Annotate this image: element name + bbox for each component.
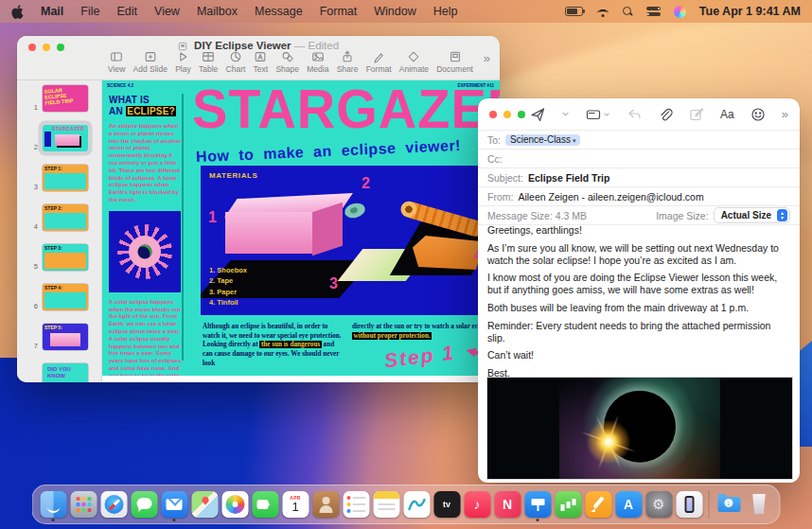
menu-item-mailbox[interactable]: Mailbox [197, 5, 238, 18]
slide-thumb-row[interactable]: 1 SOLAR ECLIPSE FIELD TRIP [17, 85, 101, 112]
battery-icon[interactable] [565, 7, 583, 16]
slide-2-thumbnail-selected[interactable]: STARGAZER [43, 125, 88, 151]
dock-item-appletv[interactable]: tv [433, 491, 461, 518]
dock-item-keynote[interactable] [524, 491, 552, 518]
dock-item-numbers[interactable] [555, 491, 582, 518]
format-button[interactable]: Format [366, 50, 392, 74]
dock-item-mail[interactable] [161, 491, 188, 518]
dock-item-notes[interactable] [373, 491, 400, 518]
slide-thumb-row[interactable]: 4 STEP 2: [17, 204, 101, 231]
animate-button[interactable]: Animate [399, 50, 429, 74]
siri-icon[interactable] [674, 6, 686, 18]
header-fields-button[interactable] [586, 107, 610, 122]
play-button[interactable]: Play [175, 50, 191, 74]
subject-field[interactable]: Subject: Eclipse Field Trip [478, 168, 800, 187]
slide-1-thumbnail[interactable]: SOLAR ECLIPSE FIELD TRIP [43, 85, 88, 112]
slide-thumb-row[interactable]: 5 STEP 3: [17, 244, 101, 271]
recipient-token[interactable]: Science-Class▾ [505, 134, 580, 146]
menu-bar-clock[interactable]: Tue Apr 1 9:41 AM [699, 5, 801, 18]
minimize-button[interactable] [503, 111, 511, 118]
dock-item-messages[interactable] [131, 491, 158, 518]
keynote-window: DIY Eclipse Viewer — Edited View Add Sli… [17, 36, 500, 382]
menu-item-message[interactable]: Message [255, 5, 303, 18]
emoji-button[interactable] [750, 107, 766, 122]
dock-item-reminders[interactable] [343, 491, 370, 518]
share-icon [341, 50, 354, 63]
dock-item-contacts[interactable] [312, 491, 340, 518]
dock-item-safari[interactable] [100, 491, 128, 518]
dock-item-news[interactable]: N [494, 491, 521, 518]
shape-button[interactable]: Shape [275, 50, 299, 74]
menu-item-window[interactable]: Window [374, 5, 415, 18]
slide-4-thumbnail[interactable]: STEP 2: [43, 204, 88, 231]
slide-7-thumbnail[interactable]: STEP 5: [43, 324, 88, 350]
news-icon: N [494, 491, 521, 518]
dock-item-photos[interactable] [221, 491, 249, 518]
dock-item-maps[interactable] [191, 491, 219, 518]
slide-thumb-row[interactable]: 7 STEP 5: [17, 324, 101, 350]
from-field[interactable]: From: Aileen Zeigen - aileen.zeigen@iclo… [478, 187, 800, 206]
slide-thumb-row[interactable]: 3 STEP 1: [17, 165, 101, 191]
format-text-icon: Aa [720, 108, 734, 121]
dock-item-calendar[interactable]: APR1 [282, 491, 309, 518]
format-button[interactable]: Aa [720, 108, 734, 121]
menu-item-mail[interactable]: Mail [41, 5, 63, 18]
attach-button[interactable] [658, 107, 673, 122]
toolbar-overflow-chevron[interactable]: » [782, 107, 788, 121]
wifi-icon[interactable] [596, 7, 609, 17]
add-slide-button[interactable]: Add Slide [133, 50, 168, 74]
slide-6-thumbnail[interactable]: STEP 4: [43, 284, 88, 310]
dock-item-finder[interactable] [40, 491, 67, 518]
trash-icon [746, 491, 772, 518]
slide-thumb-row[interactable]: DID YOU KNOW [17, 363, 101, 382]
keynote-titlebar[interactable]: DIY Eclipse Viewer — Edited View Add Sli… [17, 36, 500, 80]
view-button[interactable]: View [108, 50, 125, 74]
slide-thumb-row[interactable]: 2 STARGAZER [17, 125, 101, 151]
search-icon[interactable] [623, 7, 633, 17]
slide-stargazer[interactable]: SCIENCE 4.2 EXPERIMENT #11 WHAT IS AN EC… [102, 80, 500, 376]
chart-button[interactable]: Chart [226, 50, 246, 74]
slide-8-thumbnail[interactable]: DID YOU KNOW [43, 363, 88, 382]
table-button[interactable]: Table [199, 50, 218, 74]
menu-item-format[interactable]: Format [320, 5, 358, 18]
earth-icon [138, 244, 152, 258]
share-button[interactable]: Share [337, 50, 359, 74]
apple-menu[interactable] [11, 5, 24, 19]
dock-item-facetime[interactable] [252, 491, 279, 518]
dock-item-music[interactable]: ♪ [464, 491, 491, 518]
send-button[interactable] [530, 107, 545, 122]
media-button[interactable]: Media [307, 50, 328, 74]
dock-item-iphone-mirroring[interactable] [676, 491, 703, 518]
dock-item-freeform[interactable] [403, 491, 431, 518]
zoom-button[interactable] [518, 111, 525, 118]
dock-item-trash[interactable] [746, 491, 773, 518]
slide-canvas[interactable]: SCIENCE 4.2 EXPERIMENT #11 WHAT IS AN EC… [102, 80, 500, 382]
eclipse-photo-attachment[interactable] [486, 377, 793, 480]
close-button[interactable] [489, 111, 497, 118]
message-body-editor[interactable]: Greetings, earthlings! As I’m sure you a… [487, 224, 790, 397]
slide-3-thumbnail[interactable]: STEP 1: [43, 165, 88, 191]
image-size-dropdown[interactable]: Actual Size ▲▼ [714, 207, 790, 223]
send-options-chevron[interactable] [561, 110, 570, 118]
body-paragraph: Can’t wait! [487, 349, 790, 361]
menu-item-edit[interactable]: Edit [116, 5, 137, 18]
calendar-icon: APR1 [282, 491, 309, 518]
control-center-icon[interactable] [646, 7, 661, 16]
toolbar-overflow-chevron[interactable]: » [484, 51, 490, 65]
messages-icon [131, 491, 157, 518]
slide-thumb-row[interactable]: 6 STEP 4: [17, 284, 101, 310]
dock-item-appstore[interactable]: A [615, 491, 643, 518]
menu-item-view[interactable]: View [154, 5, 180, 18]
dock-item-settings[interactable]: ⚙ [645, 491, 673, 518]
document-button[interactable]: Document [436, 50, 473, 74]
to-field[interactable]: To: Science-Class▾ [478, 131, 800, 150]
slide-5-thumbnail[interactable]: STEP 3: [43, 244, 88, 271]
dock-item-launchpad[interactable] [70, 491, 97, 518]
mail-toolbar[interactable]: Aa » [478, 98, 800, 131]
menu-item-file[interactable]: File [80, 5, 99, 18]
dock-item-downloads[interactable] [715, 491, 743, 518]
text-button[interactable]: Text [254, 50, 269, 74]
cc-field[interactable]: Cc: [478, 150, 800, 168]
dock-item-pages[interactable] [585, 491, 612, 518]
menu-item-help[interactable]: Help [433, 5, 458, 18]
